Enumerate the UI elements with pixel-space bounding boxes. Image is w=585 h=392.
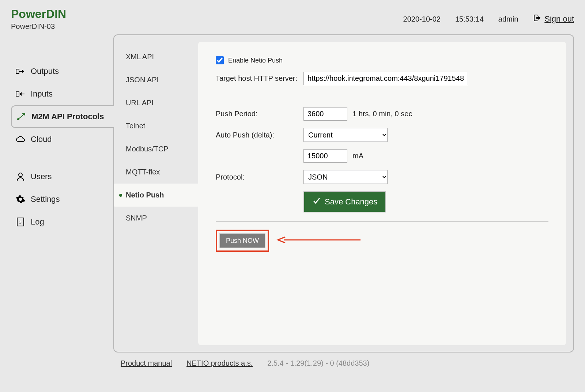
subnav-item-xml-api[interactable]: XML API (114, 45, 198, 68)
push-period-hint: 1 hrs, 0 min, 0 sec (352, 110, 412, 118)
header-date: 2020-10-02 (403, 15, 441, 23)
subnav-item-telnet[interactable]: Telnet (114, 114, 198, 137)
protocol-subnav: XML API JSON API URL API Telnet Modbus/T… (114, 35, 198, 352)
sidebar-item-label: Cloud (31, 135, 52, 144)
header-user: admin (498, 15, 518, 23)
push-period-input[interactable] (303, 107, 347, 121)
svg-line-6 (19, 115, 23, 118)
subnav-item-json-api[interactable]: JSON API (114, 68, 198, 91)
cloud-icon (15, 136, 26, 143)
delta-unit-label: mA (352, 152, 363, 160)
sidebar-item-settings[interactable]: Settings (11, 188, 113, 211)
brand-title: PowerDIN (11, 7, 66, 21)
footer: Product manual NETIO products a.s. 2.5.4… (121, 359, 574, 368)
sidebar: Outputs Inputs M2M API Protocols Cloud (11, 34, 113, 353)
outputs-icon (15, 67, 26, 75)
svg-point-7 (19, 173, 22, 177)
sidebar-item-outputs[interactable]: Outputs (11, 60, 113, 83)
sign-out-link[interactable]: Sign out (533, 14, 574, 24)
protocol-label: Protocol: (216, 173, 303, 181)
version-text: 2.5.4 - 1.29(1.29) - 0 (48dd353) (267, 359, 369, 368)
header: PowerDIN PowerDIN-03 2020-10-02 15:53:14… (11, 7, 574, 31)
delta-value-input[interactable] (303, 149, 347, 163)
content-pane: Enable Netio Push Target host HTTP serve… (198, 42, 566, 345)
sidebar-item-label: Inputs (31, 89, 53, 99)
subnav-item-modbus-tcp[interactable]: Modbus/TCP (114, 137, 198, 161)
product-manual-link[interactable]: Product manual (121, 359, 172, 368)
sidebar-item-log[interactable]: 3 Log (11, 211, 113, 233)
subnav-item-snmp[interactable]: SNMP (114, 207, 198, 230)
header-time: 15:53:14 (455, 15, 484, 23)
enable-netio-push-label: Enable Netio Push (228, 57, 283, 64)
svg-text:3: 3 (19, 220, 22, 225)
subnav-item-mqtt-flex[interactable]: MQTT-flex (114, 161, 198, 184)
device-name: PowerDIN-03 (11, 22, 66, 31)
annotation-arrow-icon (276, 235, 361, 246)
sidebar-item-inputs[interactable]: Inputs (11, 83, 113, 105)
sidebar-item-label: Users (31, 172, 52, 181)
subnav-item-netio-push[interactable]: Netio Push (114, 184, 198, 207)
sidebar-item-label: Log (31, 217, 44, 227)
sidebar-item-label: Outputs (31, 67, 59, 76)
log-icon: 3 (15, 217, 26, 227)
m2m-icon (16, 112, 26, 121)
auto-push-delta-label: Auto Push (delta): (216, 131, 303, 139)
svg-rect-0 (16, 69, 19, 74)
sidebar-item-m2m-api-protocols[interactable]: M2M API Protocols (11, 105, 114, 128)
save-changes-button[interactable]: Save Changes (303, 191, 386, 212)
push-now-button[interactable]: Push NOW (219, 233, 265, 248)
push-now-highlight: Push NOW (216, 230, 269, 252)
save-changes-label: Save Changes (325, 197, 377, 207)
inputs-icon (15, 90, 26, 98)
sign-out-label: Sign out (544, 14, 574, 24)
section-divider (216, 221, 548, 222)
target-host-label: Target host HTTP server: (216, 74, 303, 83)
push-period-label: Push Period: (216, 110, 303, 118)
sidebar-item-users[interactable]: Users (11, 165, 113, 188)
enable-netio-push-checkbox[interactable] (216, 56, 224, 64)
protocol-select[interactable]: JSON (303, 170, 388, 184)
check-icon (312, 196, 321, 207)
gear-icon (15, 195, 26, 204)
target-host-input[interactable] (303, 72, 468, 85)
company-link[interactable]: NETIO products a.s. (186, 359, 253, 368)
subnav-item-url-api[interactable]: URL API (114, 91, 198, 114)
sidebar-item-label: Settings (31, 195, 60, 204)
sign-out-icon (533, 14, 541, 24)
sidebar-item-cloud[interactable]: Cloud (11, 128, 113, 151)
auto-push-delta-select[interactable]: Current (303, 128, 388, 142)
users-icon (15, 172, 26, 181)
sidebar-item-label: M2M API Protocols (31, 111, 104, 122)
svg-rect-2 (16, 92, 19, 96)
main-panel: XML API JSON API URL API Telnet Modbus/T… (113, 34, 574, 353)
